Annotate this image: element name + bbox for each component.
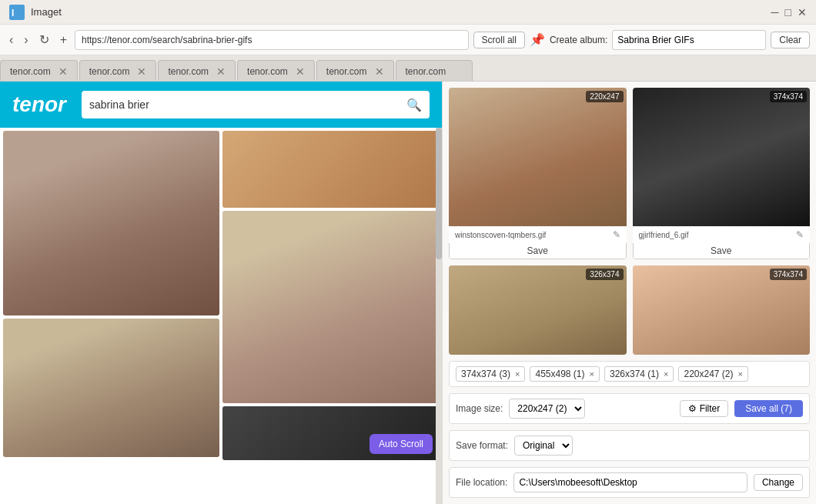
titlebar: I Imaget ─ □ ✕ (0, 0, 816, 25)
close-icon: ✕ (798, 6, 807, 18)
right-image-footer-2: gjirlfriend_6.gif ✎ (633, 226, 811, 243)
image-size-select[interactable]: 220x247 (2) 374x374 (3) 455x498 (1) 326x… (509, 399, 585, 419)
scrollbar[interactable] (436, 128, 442, 504)
filter-tag-2[interactable]: 455x498 (1) × (530, 366, 599, 382)
minimize-icon: ─ (771, 6, 779, 18)
search-icon[interactable]: 🔍 (406, 98, 422, 112)
browser-tabs: tenor.com ✕ tenor.com ✕ tenor.com ✕ teno… (0, 55, 816, 82)
filter-tag-label-2: 455x498 (1) (535, 369, 584, 379)
back-button[interactable]: ‹ (6, 32, 16, 48)
refresh-button[interactable]: ↻ (36, 31, 52, 48)
tab-label-3: tenor.com (168, 66, 209, 77)
dim-badge-4: 374x374 (770, 269, 807, 280)
scroll-all-button[interactable]: Scroll all (473, 32, 525, 48)
right-image-grid: 220x247 winstonscoven-tqmbers.gif ✎ Save… (449, 88, 810, 259)
save-format-label: Save format: (456, 440, 508, 451)
save-all-button[interactable]: Save all (7) (734, 400, 803, 417)
filter-btn-label: Filter (700, 403, 721, 414)
tab-label-5: tenor.com (326, 66, 367, 77)
scroll-thumb[interactable] (436, 128, 442, 259)
tab-label-4: tenor.com (247, 66, 288, 77)
tab-5[interactable]: tenor.com ✕ (316, 60, 394, 82)
tenor-search-box: 🔍 (82, 91, 430, 118)
tab-close-4[interactable]: ✕ (296, 65, 305, 78)
window-controls: ─ □ ✕ (771, 6, 807, 18)
filter-tag-label-3: 326x374 (1) (610, 369, 659, 379)
svg-text:I: I (12, 8, 14, 18)
edit-icon-1[interactable]: ✎ (613, 229, 620, 240)
addressbar: ‹ › ↻ + Scroll all 📌 Create album: Clear (0, 25, 816, 55)
file-location-input[interactable] (513, 472, 747, 492)
right-image-card-1: 220x247 winstonscoven-tqmbers.gif ✎ Save (449, 88, 627, 259)
filter-tags-row: 374x374 (3) × 455x498 (1) × 326x374 (1) … (449, 361, 810, 387)
filter-tag-label-4: 220x247 (2) (684, 369, 733, 379)
tab-label-6: tenor.com (406, 66, 446, 77)
tab-4[interactable]: tenor.com ✕ (237, 60, 315, 82)
grid-image-3[interactable] (222, 131, 439, 208)
dim-badge-2: 374x374 (770, 91, 807, 102)
right-image-area-3: 326x374 (449, 265, 627, 355)
grid-image-4[interactable] (222, 211, 439, 403)
right-image-card-2: 374x374 gjirlfriend_6.gif ✎ Save (633, 88, 811, 259)
create-album-label: Create album: (550, 35, 607, 45)
tab-6[interactable]: tenor.com (396, 60, 473, 82)
filter-tag-4[interactable]: 220x247 (2) × (678, 366, 747, 382)
filter-tag-1[interactable]: 374x374 (3) × (456, 366, 525, 382)
tab-label-2: tenor.com (89, 66, 130, 77)
image-col-1 (3, 131, 219, 501)
edit-icon-2[interactable]: ✎ (796, 229, 804, 240)
filter-tag-remove-3[interactable]: × (664, 369, 668, 379)
tab-close-1[interactable]: ✕ (59, 65, 68, 78)
filter-tag-remove-2[interactable]: × (590, 369, 594, 379)
clear-button[interactable]: Clear (771, 32, 810, 48)
titlebar-left: I Imaget (9, 5, 62, 20)
right-image-footer-1: winstonscoven-tqmbers.gif ✎ (449, 226, 627, 243)
grid-image-5[interactable]: Auto Scroll (222, 406, 439, 460)
save-format-select[interactable]: Original JPG PNG GIF WEBP (514, 436, 573, 456)
tenor-header: tenor 🔍 (0, 82, 442, 128)
auto-scroll-button[interactable]: Auto Scroll (370, 434, 433, 454)
format-row: Save format: Original JPG PNG GIF WEBP (449, 430, 810, 461)
main-content: tenor 🔍 Auto Scroll (0, 82, 816, 504)
right-panel: 220x247 winstonscoven-tqmbers.gif ✎ Save… (443, 82, 816, 504)
save-button-2[interactable]: Save (633, 243, 811, 259)
right-image-area-1: 220x247 (449, 88, 627, 226)
forward-button[interactable]: › (21, 32, 31, 48)
album-name-input[interactable] (612, 30, 766, 50)
tab-close-3[interactable]: ✕ (216, 65, 226, 78)
pin-button[interactable]: 📌 (530, 32, 545, 47)
image-size-label: Image size: (456, 403, 503, 414)
maximize-icon: □ (785, 6, 791, 18)
right-image-card-4: 374x374 (633, 265, 811, 355)
grid-image-2[interactable] (3, 319, 219, 457)
app-title: Imaget (31, 6, 62, 18)
controls-row: Image size: 220x247 (2) 374x374 (3) 455x… (449, 393, 810, 424)
tab-2[interactable]: tenor.com ✕ (79, 60, 157, 82)
new-tab-button[interactable]: + (57, 32, 70, 48)
right-image-area-4: 374x374 (633, 265, 811, 355)
right-image-area-2: 374x374 (633, 88, 811, 226)
filter-tag-remove-1[interactable]: × (515, 369, 520, 379)
tab-label-1: tenor.com (10, 66, 51, 77)
tenor-search-input[interactable] (89, 98, 400, 111)
tab-close-2[interactable]: ✕ (137, 65, 146, 78)
tenor-logo: tenor (12, 92, 66, 117)
browser-image-grid: Auto Scroll (0, 128, 442, 504)
tab-1[interactable]: tenor.com ✕ (0, 60, 78, 82)
right-image-grid-row2: 326x374 374x374 (449, 265, 810, 355)
file-location-label: File location: (456, 477, 507, 488)
filter-tag-label-1: 374x374 (3) (461, 369, 510, 379)
file-location-row: File location: Change (449, 467, 810, 498)
tab-close-5[interactable]: ✕ (375, 65, 384, 78)
filename-2: gjirlfriend_6.gif (639, 231, 689, 239)
save-button-1[interactable]: Save (449, 243, 627, 259)
filter-tag-3[interactable]: 326x374 (1) × (604, 366, 674, 382)
filename-1: winstonscoven-tqmbers.gif (455, 231, 546, 239)
change-button[interactable]: Change (754, 474, 803, 491)
grid-image-1[interactable] (3, 131, 219, 315)
filter-tag-remove-4[interactable]: × (738, 369, 743, 379)
right-image-card-3: 326x374 (449, 265, 627, 355)
tab-3[interactable]: tenor.com ✕ (158, 60, 236, 82)
url-input[interactable] (75, 30, 469, 50)
filter-button[interactable]: ⚙ Filter (680, 400, 729, 417)
